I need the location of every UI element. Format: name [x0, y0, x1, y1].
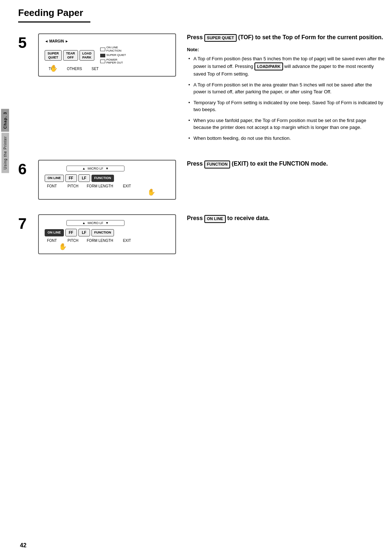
microlF-bar-7: ▲ MICRO LF ▼ [66, 220, 124, 226]
step-5-key-labels: TOF OTHERS SET [45, 67, 170, 71]
microlF-text-6: MICRO LF [87, 167, 103, 170]
indicator-online: ON LINEFUNCTION [100, 46, 126, 53]
tri-up-7: ▲ [82, 221, 86, 225]
bullet-1: A Top of Form position (less than 5 inch… [187, 55, 385, 78]
step-6-number: 6 [18, 162, 34, 177]
key-tear-off: TEAROFF [63, 50, 78, 61]
step-7-row: 7 ▲ MICRO LF ▼ ON LINE FF LF FUNCTION FO… [18, 214, 385, 254]
key-lf-6: LF [78, 174, 90, 182]
bullet-3: Temporary Top of Form setting is indicat… [187, 99, 385, 113]
step-6-desc: Press FUNCTION (EXIT) to exit the FUNCTI… [187, 160, 385, 173]
indicator-box-online [100, 48, 105, 51]
key-function-7: FUNCTION [91, 229, 114, 236]
hand-cursor-7: ✋ [59, 243, 67, 251]
sidebar-using-label: Using the Printer [1, 133, 9, 173]
key-load-park-inline: LOAD/PARK [254, 62, 283, 71]
indicator-box-power [100, 60, 105, 63]
label-pitch-6: PITCH [66, 184, 80, 188]
key-super-quiet: SUPERQUIET [45, 50, 62, 61]
key-lf-7: LF [78, 229, 90, 236]
sidebar-chap-label: Chap. 3 [1, 109, 9, 132]
label-set: SET [89, 67, 101, 71]
label-pitch-7: PITCH [66, 239, 80, 243]
step-6-instruction: Press FUNCTION (EXIT) to exit the FUNCTI… [187, 160, 385, 168]
step-6-panel: ▲ MICRO LF ▼ ON LINE FF LF FUNCTION FONT… [38, 160, 176, 200]
bullet-4: When you use fanfold paper, the Top of F… [187, 117, 385, 131]
tri-down-6: ▼ [106, 167, 109, 170]
step-6-row: 6 ▲ MICRO LF ▼ ON LINE FF LF FUNCTION FO… [18, 160, 385, 200]
indicator-box-super-quiet [100, 54, 105, 57]
step-5-desc: Press SUPER QUIET (TOF) to set the Top o… [187, 33, 385, 145]
indicator-power: POWERPAPER OUT [100, 58, 126, 65]
margin-label: ◄ MARGIN ► [45, 39, 170, 43]
key-online-inline: ON LINE [204, 215, 226, 223]
indicator-super-quiet: SUPER QUIET [100, 54, 126, 57]
step-5-number: 5 [18, 35, 34, 50]
step-5-row: 5 ◄ MARGIN ► SUPERQUIET TEAROFF LOADPARK… [18, 33, 385, 145]
hand-cursor-5: ✋ [50, 64, 58, 72]
bullet-2: A Top of Form position set in the area g… [187, 81, 385, 96]
note-label: Note: [187, 47, 385, 52]
hand-cursor-6: ✋ [147, 188, 155, 196]
step-7-number: 7 [18, 216, 34, 231]
key-online-6: ON LINE [45, 175, 64, 182]
key-ff-7: FF [65, 229, 77, 236]
bullet-5: When bottom feeding, do not use this fun… [187, 135, 385, 142]
step-7-key-labels: FONT PITCH FORM LENGTH EXIT [45, 239, 170, 243]
label-font-6: FONT [45, 184, 59, 188]
label-form-length-7: FORM LENGTH [87, 239, 113, 243]
tri-down-7: ▼ [106, 221, 109, 225]
microlF-text-7: MICRO LF [87, 221, 103, 225]
step-7-keys: ON LINE FF LF FUNCTION [45, 229, 170, 236]
label-exit-6: EXIT [120, 184, 134, 188]
tri-up-6: ▲ [82, 167, 86, 170]
key-ff-6: FF [65, 174, 77, 182]
step-7-instruction: Press ON LINE to receive data. [187, 214, 385, 223]
step-6-keys: ON LINE FF LF FUNCTION [45, 174, 170, 182]
key-super-quiet-inline: SUPER QUIET [204, 34, 237, 42]
label-form-length-6: FORM LENGTH [87, 184, 113, 188]
microlF-bar-6: ▲ MICRO LF ▼ [66, 166, 124, 171]
page-title: Feeding Paper [18, 7, 90, 23]
label-others: OTHERS [66, 67, 82, 71]
sidebar: Chap. 3 Using the Printer [0, 109, 10, 173]
step-5-panel: ◄ MARGIN ► SUPERQUIET TEAROFF LOADPARK O… [38, 33, 176, 77]
label-font-7: FONT [45, 239, 59, 243]
key-function-inline: FUNCTION [204, 161, 230, 168]
step-5-keys: SUPERQUIET TEAROFF LOADPARK ON LINEFUNCT… [45, 46, 170, 65]
step-6-key-labels: FONT PITCH FORM LENGTH EXIT [45, 184, 170, 188]
key-online-7: ON LINE [45, 229, 64, 236]
step-7-desc: Press ON LINE to receive data. [187, 214, 385, 228]
label-exit-7: EXIT [120, 239, 134, 243]
indicators: ON LINEFUNCTION SUPER QUIET POWERPAPER O… [100, 46, 126, 65]
step-5-instruction: Press SUPER QUIET (TOF) to set the Top o… [187, 33, 385, 42]
step-5-bullets: A Top of Form position (less than 5 inch… [187, 55, 385, 142]
page-number: 42 [20, 542, 26, 549]
key-function-6: FUNCTION [91, 175, 114, 182]
step-7-panel: ▲ MICRO LF ▼ ON LINE FF LF FUNCTION FONT… [38, 214, 176, 254]
key-load-park: LOADPARK [79, 50, 95, 61]
